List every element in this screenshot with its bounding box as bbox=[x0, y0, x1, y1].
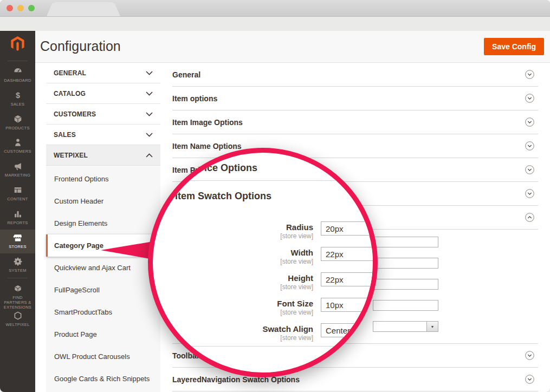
swatch-height-input[interactable] bbox=[373, 279, 438, 290]
save-config-button[interactable]: Save Config bbox=[484, 38, 544, 55]
admin-sidebar: DASHBOARD $ SALES PRODUCTS CUSTOMERS MAR… bbox=[0, 31, 35, 392]
sidebar-item-label: REPORTS bbox=[0, 220, 35, 225]
expand-chevron-icon[interactable] bbox=[525, 70, 534, 79]
subnav-item-owl-product-carousels[interactable]: OWL Product Carousels bbox=[46, 345, 160, 368]
sidebar-item-label: DASHBOARD bbox=[0, 78, 35, 83]
expand-chevron-icon[interactable] bbox=[525, 165, 534, 174]
swatch-width-input[interactable] bbox=[373, 258, 438, 269]
field-scope: [store view] bbox=[153, 258, 313, 265]
subnav-item-google-cards-rich-snippets[interactable]: Google Cards & Rich Snippets bbox=[46, 368, 160, 390]
section-general[interactable]: General bbox=[172, 63, 538, 87]
subnav-item-smartproducttabs[interactable]: SmartProductTabs bbox=[46, 301, 160, 323]
subnav-item-fullpagescroll[interactable]: FullPageScroll bbox=[46, 279, 160, 301]
sidebar-item-weltpixel[interactable]: WELTPIXEL bbox=[0, 308, 35, 331]
dropdown-arrow-icon[interactable]: ▼ bbox=[426, 321, 438, 332]
subnav-item-design-elements[interactable]: Design Elements bbox=[46, 212, 160, 234]
marketing-icon bbox=[0, 161, 35, 171]
zoom-window-icon[interactable] bbox=[28, 5, 35, 11]
sidebar-item-reports[interactable]: REPORTS bbox=[0, 206, 35, 230]
section-item-image-options[interactable]: Item Image Options bbox=[172, 110, 538, 134]
field-label-swatch-align: Swatch Align [store view] bbox=[153, 325, 313, 342]
expand-chevron-icon[interactable] bbox=[525, 94, 534, 103]
subnav-item-category-page[interactable]: Category Page bbox=[46, 234, 160, 257]
sidebar-item-system[interactable]: SYSTEM bbox=[0, 253, 35, 277]
nav-group-customers[interactable]: CUSTOMERS bbox=[46, 104, 160, 125]
sidebar-item-products[interactable]: PRODUCTS bbox=[0, 111, 35, 135]
collapse-chevron-icon[interactable] bbox=[525, 213, 534, 222]
subnav-item-custom-header[interactable]: Custom Header bbox=[46, 190, 160, 212]
field-label: Font Size bbox=[153, 299, 313, 308]
sidebar-item-customers[interactable]: CUSTOMERS bbox=[0, 134, 35, 158]
find-partners-icon bbox=[0, 283, 35, 293]
field-label-height: Height [store view] bbox=[153, 274, 313, 291]
field-label-width: Width [store view] bbox=[153, 249, 313, 265]
minimize-window-icon[interactable] bbox=[17, 5, 24, 11]
sidebar-item-stores[interactable]: STORES bbox=[0, 230, 35, 253]
chevron-down-icon bbox=[146, 92, 153, 96]
page-title: Configuration bbox=[40, 38, 121, 54]
nav-group-label: CATALOG bbox=[54, 90, 86, 97]
chevron-down-icon bbox=[146, 71, 153, 75]
chevron-down-icon bbox=[146, 112, 153, 116]
config-nav: GENERAL CATALOG CUSTOMERS SALES WETPIXEL… bbox=[46, 63, 160, 392]
sidebar-item-label: WELTPIXEL bbox=[0, 322, 35, 327]
sidebar-item-marketing[interactable]: MARKETING bbox=[0, 158, 35, 182]
field-label: Width bbox=[153, 249, 313, 257]
section-item-options[interactable]: Item options bbox=[172, 87, 538, 110]
width-input[interactable] bbox=[321, 247, 378, 261]
sidebar-item-content[interactable]: CONTENT bbox=[0, 182, 35, 206]
subnav-item-frontend-options[interactable]: Frontend Options bbox=[46, 168, 160, 190]
close-window-icon[interactable] bbox=[7, 5, 13, 11]
field-scope: [store view] bbox=[153, 309, 313, 316]
section-title: Item Name Options bbox=[172, 142, 242, 151]
expand-chevron-icon[interactable] bbox=[525, 189, 534, 198]
subnav-item-label: Custom Header bbox=[54, 197, 103, 205]
sidebar-item-dashboard[interactable]: DASHBOARD bbox=[0, 63, 35, 87]
chevron-up-icon bbox=[146, 153, 153, 158]
page-header: Configuration Save Config bbox=[35, 31, 550, 62]
subnav-item-label: Google Cards & Rich Snippets bbox=[54, 375, 150, 383]
nav-group-sales[interactable]: SALES bbox=[46, 125, 160, 145]
height-input[interactable] bbox=[321, 272, 378, 286]
subnav-item-label: OWL Product Carousels bbox=[54, 352, 130, 361]
subnav-item-label: Category Page bbox=[54, 241, 103, 250]
expand-chevron-icon[interactable] bbox=[525, 141, 534, 151]
sidebar-item-label: CONTENT bbox=[0, 197, 35, 201]
magnifier-lens: rice Options Item Swatch Options Radius … bbox=[148, 148, 378, 377]
svg-text:$: $ bbox=[15, 90, 20, 99]
subnav-item-label: Design Elements bbox=[54, 219, 107, 227]
expand-chevron-icon[interactable] bbox=[525, 117, 534, 127]
sidebar-item-label: PRODUCTS bbox=[0, 126, 35, 130]
magento-logo[interactable] bbox=[9, 35, 26, 52]
content-icon bbox=[0, 185, 35, 195]
swatch-font-size-input[interactable] bbox=[373, 300, 438, 311]
nav-group-general[interactable]: GENERAL bbox=[46, 63, 160, 83]
browser-tab[interactable] bbox=[47, 2, 120, 16]
nav-group-wetpixel[interactable]: WETPIXEL bbox=[46, 145, 160, 166]
subnav-item-quickview-ajax-cart[interactable]: Quickview and Ajax Cart bbox=[46, 257, 160, 279]
sidebar-item-label: SALES bbox=[0, 102, 35, 107]
stores-icon bbox=[0, 232, 35, 243]
sidebar-item-sales[interactable]: $ SALES bbox=[0, 87, 35, 111]
swatch-radius-input[interactable] bbox=[373, 237, 438, 247]
expand-chevron-icon[interactable] bbox=[525, 375, 534, 384]
radius-input[interactable] bbox=[321, 221, 378, 236]
subnav-item-label: Quickview and Ajax Cart bbox=[54, 264, 131, 272]
sidebar-item-find-partners[interactable]: FIND PARTNERS & EXTENSIONS bbox=[0, 280, 35, 310]
sidebar-item-label: SYSTEM bbox=[0, 268, 35, 273]
nav-group-catalog[interactable]: CATALOG bbox=[46, 83, 160, 104]
subnav-item-product-page[interactable]: Product Page bbox=[46, 323, 160, 345]
browser-window: DASHBOARD $ SALES PRODUCTS CUSTOMERS MAR… bbox=[0, 0, 550, 392]
nav-group-label: GENERAL bbox=[54, 69, 86, 77]
field-label: Radius bbox=[153, 223, 313, 232]
wetpixel-subnav: Frontend Options Custom Header Design El… bbox=[46, 166, 160, 392]
reports-icon bbox=[0, 208, 35, 219]
divider bbox=[8, 278, 28, 278]
divider bbox=[8, 61, 28, 61]
expand-chevron-icon[interactable] bbox=[525, 351, 534, 360]
magnified-section-fragment: rice Options bbox=[200, 162, 257, 174]
magnified-section-title: Item Swatch Options bbox=[175, 191, 271, 202]
field-scope: [store view] bbox=[153, 232, 313, 240]
sidebar-item-label: CUSTOMERS bbox=[0, 149, 35, 154]
weltpixel-icon bbox=[0, 310, 35, 321]
